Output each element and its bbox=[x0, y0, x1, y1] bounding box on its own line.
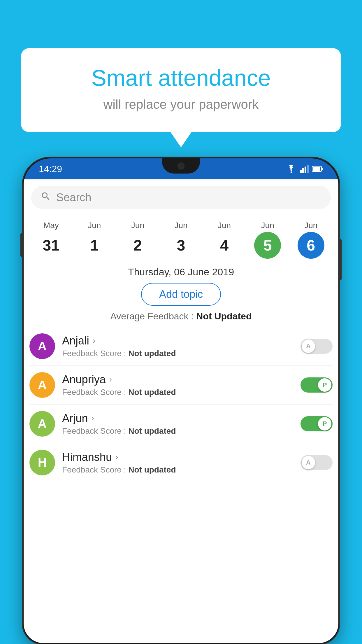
toggle-switch[interactable]: P bbox=[301, 416, 333, 431]
date-month: Jun bbox=[261, 221, 274, 230]
student-name: Anupriya › bbox=[62, 373, 294, 386]
svg-point-0 bbox=[291, 172, 292, 173]
svg-rect-7 bbox=[313, 167, 320, 171]
toggle-knob: A bbox=[302, 456, 315, 469]
selected-date: Thursday, 06 June 2019 bbox=[24, 266, 338, 278]
power-button bbox=[339, 239, 342, 280]
svg-rect-1 bbox=[300, 170, 302, 173]
student-item[interactable]: A Anjali › Feedback Score : Not updated … bbox=[29, 327, 333, 366]
avg-feedback-label: Average Feedback : bbox=[110, 311, 194, 321]
student-feedback: Feedback Score : Not updated bbox=[62, 349, 294, 358]
speech-bubble: Smart attendance will replace your paper… bbox=[21, 48, 341, 132]
date-day: 1 bbox=[81, 232, 108, 259]
date-day: 3 bbox=[168, 232, 194, 259]
date-item[interactable]: Jun 6 bbox=[289, 221, 333, 259]
status-time: 14:29 bbox=[39, 164, 62, 174]
date-month: Jun bbox=[304, 221, 317, 230]
student-info: Anjali › Feedback Score : Not updated bbox=[62, 335, 294, 358]
toggle-knob: P bbox=[318, 417, 331, 430]
search-bar[interactable]: Search bbox=[31, 186, 331, 209]
date-month: Jun bbox=[131, 221, 144, 230]
date-item[interactable]: Jun 3 bbox=[159, 221, 203, 259]
attendance-toggle[interactable]: A bbox=[301, 339, 333, 354]
volume-button bbox=[20, 233, 23, 257]
front-camera bbox=[178, 162, 184, 169]
search-magnifier-icon bbox=[41, 191, 51, 202]
battery-icon bbox=[312, 166, 323, 172]
svg-rect-6 bbox=[322, 168, 323, 170]
student-feedback: Feedback Score : Not updated bbox=[62, 388, 294, 397]
student-feedback: Feedback Score : Not updated bbox=[62, 465, 294, 475]
date-item[interactable]: Jun 2 bbox=[116, 221, 159, 259]
date-day: 2 bbox=[124, 232, 151, 259]
student-avatar: A bbox=[29, 333, 55, 359]
feedback-value: Not updated bbox=[128, 465, 176, 474]
wifi-icon bbox=[286, 165, 296, 173]
speech-bubble-title: Smart attendance bbox=[44, 66, 318, 91]
chevron-icon: › bbox=[109, 375, 112, 384]
date-month: Jun bbox=[88, 221, 101, 230]
date-month: Jun bbox=[174, 221, 187, 230]
toggle-knob: A bbox=[302, 340, 315, 353]
svg-rect-3 bbox=[305, 167, 306, 173]
student-name: Arjun › bbox=[62, 412, 294, 425]
svg-rect-4 bbox=[307, 165, 309, 173]
feedback-value: Not updated bbox=[128, 388, 176, 397]
search-icon bbox=[41, 191, 51, 204]
attendance-toggle[interactable]: A bbox=[301, 455, 333, 470]
signal-icon bbox=[300, 165, 309, 173]
student-item[interactable]: A Anupriya › Feedback Score : Not update… bbox=[29, 366, 333, 405]
student-name: Himanshu › bbox=[62, 451, 294, 463]
toggle-switch[interactable]: P bbox=[301, 377, 333, 393]
toggle-knob: P bbox=[318, 378, 331, 392]
avg-feedback: Average Feedback : Not Updated bbox=[24, 311, 338, 322]
add-topic-button[interactable]: Add topic bbox=[141, 283, 221, 306]
date-day: 6 bbox=[298, 232, 324, 259]
date-month: May bbox=[43, 221, 59, 230]
date-day: 4 bbox=[211, 232, 238, 259]
student-avatar: H bbox=[29, 450, 55, 475]
student-item[interactable]: A Arjun › Feedback Score : Not updated P bbox=[29, 405, 333, 443]
attendance-toggle[interactable]: P bbox=[301, 416, 333, 431]
date-item[interactable]: May 31 bbox=[29, 221, 73, 259]
phone-notch bbox=[162, 158, 200, 174]
phone-screen: 14:29 bbox=[24, 158, 338, 643]
date-item[interactable]: Jun 4 bbox=[203, 221, 246, 259]
student-feedback: Feedback Score : Not updated bbox=[62, 426, 294, 436]
student-avatar: A bbox=[29, 411, 55, 437]
status-icons bbox=[286, 165, 323, 173]
speech-bubble-subtitle: will replace your paperwork bbox=[44, 97, 318, 112]
chevron-icon: › bbox=[93, 336, 95, 345]
attendance-toggle[interactable]: P bbox=[301, 377, 333, 393]
date-month: Jun bbox=[218, 221, 231, 230]
student-info: Arjun › Feedback Score : Not updated bbox=[62, 412, 294, 436]
chevron-icon: › bbox=[92, 414, 94, 423]
phone-frame: 14:29 bbox=[23, 158, 339, 644]
avg-feedback-value: Not Updated bbox=[196, 311, 252, 321]
date-scroller[interactable]: May 31 Jun 1 Jun 2 Jun 3 Jun 4 Jun 5 Jun… bbox=[24, 216, 338, 262]
student-avatar: A bbox=[29, 372, 55, 398]
student-list: A Anjali › Feedback Score : Not updated … bbox=[24, 327, 338, 482]
toggle-switch[interactable]: A bbox=[301, 339, 333, 354]
phone-screen-content: Search May 31 Jun 1 Jun 2 Jun 3 Jun 4 Ju… bbox=[24, 179, 338, 643]
date-item[interactable]: Jun 1 bbox=[73, 221, 116, 259]
date-day: 5 bbox=[254, 232, 281, 259]
feedback-value: Not updated bbox=[128, 426, 176, 435]
student-name: Anjali › bbox=[62, 335, 294, 347]
student-item[interactable]: H Himanshu › Feedback Score : Not update… bbox=[29, 443, 333, 482]
student-info: Himanshu › Feedback Score : Not updated bbox=[62, 451, 294, 475]
date-item[interactable]: Jun 5 bbox=[246, 221, 289, 259]
search-placeholder: Search bbox=[56, 191, 91, 204]
svg-rect-2 bbox=[302, 168, 304, 173]
feedback-value: Not updated bbox=[128, 349, 176, 358]
chevron-icon: › bbox=[115, 452, 118, 462]
toggle-switch[interactable]: A bbox=[301, 455, 333, 470]
student-info: Anupriya › Feedback Score : Not updated bbox=[62, 373, 294, 397]
date-day: 31 bbox=[38, 232, 64, 259]
